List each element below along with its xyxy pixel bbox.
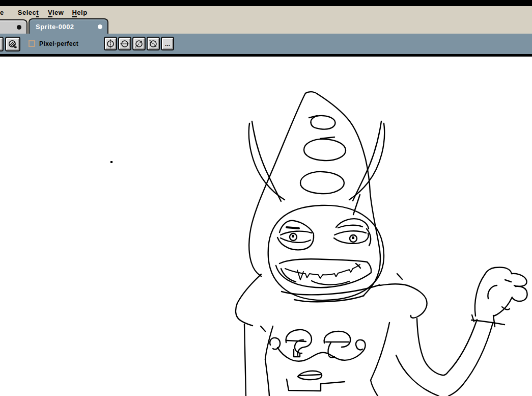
- horizontal-symmetry-icon: [120, 39, 129, 48]
- pixel-perfect-checkbox[interactable]: [29, 40, 35, 47]
- partial-button[interactable]: [0, 37, 4, 51]
- sprite-canvas-drawing: [0, 57, 532, 396]
- symmetry-diagonal-button[interactable]: [132, 37, 146, 50]
- sketch-hooded-figure: [110, 92, 527, 396]
- tab-inactive-sprite[interactable]: [0, 19, 27, 34]
- tab-bar: Sprite-0002: [0, 18, 532, 34]
- context-bar: Pixel-perfect ...: [0, 34, 532, 54]
- sprite-canvas[interactable]: [0, 57, 532, 396]
- symmetry-vertical-button[interactable]: [104, 37, 117, 50]
- symmetry-options-button[interactable]: ...: [161, 37, 174, 50]
- menu-item-help[interactable]: Help: [72, 9, 87, 16]
- dynamics-button[interactable]: [5, 37, 20, 51]
- dynamics-icon: [8, 40, 17, 49]
- vertical-symmetry-icon: [106, 39, 115, 48]
- symmetry-button-group: ...: [104, 37, 174, 50]
- symmetry-antidiagonal-button[interactable]: [147, 37, 160, 50]
- diagonal-symmetry-icon: [134, 39, 144, 48]
- tab-modified-dot-icon[interactable]: [98, 24, 102, 29]
- pixel-perfect-label: Pixel-perfect: [39, 40, 78, 47]
- tab-label: Sprite-0002: [36, 23, 98, 31]
- symmetry-horizontal-button[interactable]: [118, 37, 131, 50]
- tab-active-sprite[interactable]: Sprite-0002: [29, 18, 108, 34]
- stray-pixel-dot: [110, 161, 113, 163]
- window-titlebar: [0, 0, 532, 6]
- menu-item-view[interactable]: View: [48, 9, 64, 16]
- menu-item-partial[interactable]: e: [0, 9, 4, 16]
- antidiagonal-symmetry-icon: [149, 39, 158, 48]
- menu-bar: e Select View Help: [0, 6, 532, 18]
- tab-modified-dot-icon[interactable]: [17, 25, 21, 30]
- menu-item-select[interactable]: Select: [18, 9, 39, 16]
